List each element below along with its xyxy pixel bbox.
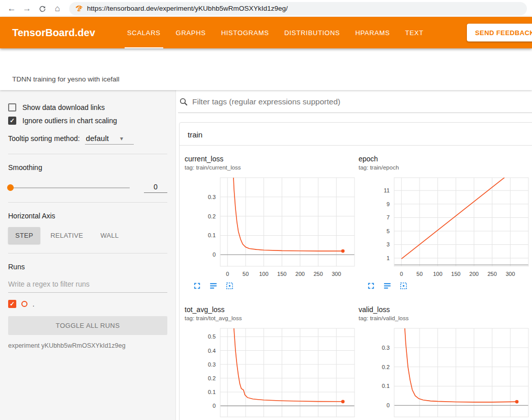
svg-text:0: 0 (387, 402, 390, 408)
svg-text:0.3: 0.3 (208, 194, 216, 200)
runs-filter-input[interactable] (8, 277, 167, 293)
expand-icon[interactable] (193, 282, 201, 292)
chart-tag: tag: train/epoch (359, 164, 530, 171)
browser-chrome: ← → ⌂ https://tensorboard.dev/experiment… (0, 0, 532, 17)
tag-filter-input[interactable] (192, 97, 532, 106)
svg-text:50: 50 (243, 271, 249, 277)
svg-text:200: 200 (295, 271, 305, 277)
tag-group-title[interactable]: train (180, 123, 532, 146)
chart-toolbar (359, 282, 530, 292)
svg-text:100: 100 (433, 271, 442, 277)
run-color-icon (21, 301, 27, 307)
smoothing-slider[interactable] (8, 187, 130, 188)
svg-text:250: 250 (487, 271, 496, 277)
run-selector-icon[interactable] (383, 282, 392, 292)
chart-tag: tag: train/current_loss (185, 164, 357, 171)
step-axis-button[interactable]: STEP (8, 227, 40, 244)
fit-domain-icon[interactable] (399, 282, 408, 292)
chart-tag: tag: train/valid_loss (359, 315, 530, 321)
back-icon[interactable]: ← (5, 0, 18, 17)
svg-text:5: 5 (387, 228, 390, 234)
forward-icon[interactable]: → (20, 0, 34, 17)
svg-text:0.2: 0.2 (208, 375, 216, 381)
chart-card-valid_loss: valid_losstag: train/valid_loss501001502… (359, 305, 530, 420)
toggle-all-runs-button[interactable]: TOGGLE ALL RUNS (8, 316, 167, 335)
chart-plot[interactable]: 05010015020025030000.10.20.3 (185, 175, 357, 281)
app-title[interactable]: TensorBoard.dev (12, 27, 95, 39)
tab-scalars[interactable]: SCALARS (120, 17, 168, 48)
svg-text:0.1: 0.1 (208, 389, 216, 395)
tooltip-sorting-dropdown[interactable]: default ▾ (85, 134, 134, 145)
runs-label: Runs (8, 263, 167, 271)
expand-icon[interactable] (367, 282, 375, 292)
svg-text:100: 100 (259, 271, 268, 277)
nav-tabs: SCALARSGRAPHSHISTOGRAMSDISTRIBUTIONSHPAR… (120, 17, 431, 48)
chart-plot[interactable]: 05010015020025030000.10.20.30.40.5 (185, 325, 357, 420)
horizontal-axis-label: Horizontal Axis (8, 212, 167, 220)
svg-text:250: 250 (313, 271, 322, 277)
experiment-caption: experiment yKUbhb5wRmOSXYkId1z9eg (8, 342, 167, 349)
tab-histograms[interactable]: HISTOGRAMS (214, 17, 277, 48)
chart-toolbar (185, 282, 357, 292)
tab-graphs[interactable]: GRAPHS (168, 17, 214, 48)
svg-text:0: 0 (400, 271, 403, 277)
divider (8, 253, 167, 254)
relative-axis-button[interactable]: RELATIVE (43, 227, 90, 244)
wall-axis-button[interactable]: WALL (93, 227, 126, 244)
svg-text:3: 3 (387, 241, 390, 247)
svg-text:200: 200 (469, 271, 479, 277)
chevron-down-icon: ▾ (120, 135, 123, 142)
svg-text:0.3: 0.3 (208, 361, 216, 368)
svg-text:0.4: 0.4 (208, 348, 216, 354)
checkbox-label: Show data download links (22, 103, 105, 111)
divider (8, 202, 167, 203)
reload-icon[interactable] (36, 0, 49, 17)
send-feedback-button[interactable]: SEND FEEDBACK (467, 24, 532, 42)
chart-plot[interactable]: 5010015020025030000.10.20.3 (359, 325, 530, 420)
show-download-links-checkbox[interactable]: Show data download links (8, 103, 167, 111)
chart-title: current_loss (185, 155, 357, 163)
tab-hparams[interactable]: HPARAMS (347, 17, 397, 48)
svg-text:150: 150 (451, 271, 460, 277)
run-item[interactable]: ✓ . (8, 300, 167, 308)
slider-knob-icon[interactable] (7, 184, 14, 191)
url-text: https://tensorboard.dev/experiment/yKUbh… (87, 5, 288, 12)
smoothing-label: Smoothing (8, 163, 167, 172)
run-checkbox-checked-icon[interactable]: ✓ (8, 300, 16, 308)
svg-text:0.2: 0.2 (208, 213, 216, 219)
experiment-title: TDNN training for yesno with icefall (12, 75, 120, 83)
svg-text:11: 11 (384, 187, 390, 193)
tensorboard-favicon-icon (75, 5, 83, 12)
svg-text:300: 300 (332, 271, 341, 277)
svg-text:9: 9 (387, 201, 390, 207)
tab-distributions[interactable]: DISTRIBUTIONS (277, 17, 348, 48)
divider (8, 154, 167, 154)
home-icon[interactable]: ⌂ (51, 0, 64, 17)
run-selector-icon[interactable] (209, 282, 218, 292)
ignore-outliers-checkbox[interactable]: ✓ Ignore outliers in chart scaling (8, 117, 167, 125)
svg-text:0.1: 0.1 (382, 383, 390, 389)
svg-text:0.2: 0.2 (382, 364, 390, 370)
tag-filter-row (178, 95, 532, 113)
chart-title: tot_avg_loss (185, 305, 357, 314)
checkbox-unchecked-icon[interactable] (8, 103, 16, 111)
search-icon (179, 97, 188, 106)
run-name: . (33, 300, 35, 308)
chart-title: valid_loss (359, 305, 530, 314)
app-header: TensorBoard.dev SCALARSGRAPHSHISTOGRAMSD… (0, 17, 532, 48)
checkbox-checked-icon[interactable]: ✓ (8, 117, 16, 125)
fit-domain-icon[interactable] (225, 282, 234, 292)
svg-text:50: 50 (417, 271, 423, 277)
dropdown-value: default (86, 134, 109, 143)
svg-text:0.3: 0.3 (382, 345, 390, 351)
smoothing-row: 0 (8, 183, 167, 193)
tab-text[interactable]: TEXT (398, 17, 431, 48)
svg-text:300: 300 (506, 271, 515, 277)
address-bar[interactable]: https://tensorboard.dev/experiment/yKUbh… (69, 2, 527, 15)
chart-plot[interactable]: 0501001502002503001357911 (359, 175, 530, 281)
chart-title: epoch (359, 155, 530, 163)
content-layout: Show data download links ✓ Ignore outlie… (0, 90, 532, 420)
smoothing-value[interactable]: 0 (144, 183, 167, 193)
tooltip-sorting-label: Tooltip sorting method: (8, 134, 80, 143)
scalars-dashboard: train current_losstag: train/current_los… (176, 90, 532, 420)
